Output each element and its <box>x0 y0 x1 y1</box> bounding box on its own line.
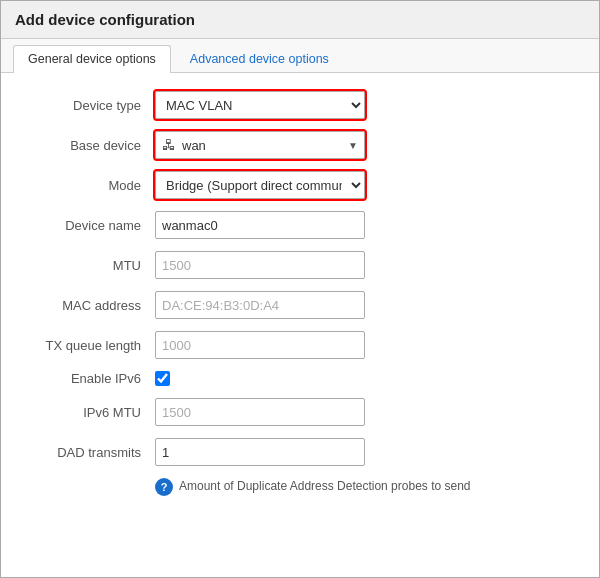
mode-select[interactable]: Bridge (Support direct commun VEPA Priva… <box>155 171 365 199</box>
base-device-control: 🖧 wan ▼ <box>155 131 365 159</box>
mac-address-control <box>155 291 365 319</box>
device-name-input[interactable] <box>155 211 365 239</box>
ipv6-mtu-input[interactable] <box>155 398 365 426</box>
mtu-input[interactable] <box>155 251 365 279</box>
mode-label: Mode <box>25 178 155 193</box>
mac-address-input[interactable] <box>155 291 365 319</box>
enable-ipv6-checkbox[interactable] <box>155 371 170 386</box>
device-name-row: Device name <box>25 211 575 239</box>
mtu-row: MTU <box>25 251 575 279</box>
dad-transmits-row: DAD transmits <box>25 438 575 466</box>
enable-ipv6-checkbox-wrap <box>155 371 365 386</box>
base-device-label: Base device <box>25 138 155 153</box>
device-type-row: Device type MAC VLAN Bridge VLAN <box>25 91 575 119</box>
base-device-select[interactable]: 🖧 wan ▼ <box>155 131 365 159</box>
form-body: Device type MAC VLAN Bridge VLAN Base de… <box>1 73 599 520</box>
dad-info-text: Amount of Duplicate Address Detection pr… <box>179 478 471 495</box>
network-device-icon: 🖧 <box>162 137 176 153</box>
mac-address-label: MAC address <box>25 298 155 313</box>
dad-transmits-input[interactable] <box>155 438 365 466</box>
device-type-select[interactable]: MAC VLAN Bridge VLAN <box>155 91 365 119</box>
info-icon: ? <box>155 478 173 496</box>
tx-queue-input[interactable] <box>155 331 365 359</box>
device-name-control <box>155 211 365 239</box>
tx-queue-control <box>155 331 365 359</box>
mac-address-row: MAC address <box>25 291 575 319</box>
window-title: Add device configuration <box>1 1 599 39</box>
mode-control: Bridge (Support direct commun VEPA Priva… <box>155 171 365 199</box>
tabs-container: General device options Advanced device o… <box>1 39 599 73</box>
mtu-control <box>155 251 365 279</box>
ipv6-mtu-label: IPv6 MTU <box>25 405 155 420</box>
dad-transmits-label: DAD transmits <box>25 445 155 460</box>
mtu-label: MTU <box>25 258 155 273</box>
base-device-value: wan <box>182 138 348 153</box>
ipv6-mtu-control <box>155 398 365 426</box>
mode-row: Mode Bridge (Support direct commun VEPA … <box>25 171 575 199</box>
base-device-row: Base device 🖧 wan ▼ <box>25 131 575 159</box>
tx-queue-row: TX queue length <box>25 331 575 359</box>
base-device-arrow-icon: ▼ <box>348 140 358 151</box>
tx-queue-label: TX queue length <box>25 338 155 353</box>
dad-info-row: ? Amount of Duplicate Address Detection … <box>25 478 575 496</box>
window: Add device configuration General device … <box>0 0 600 578</box>
device-type-control: MAC VLAN Bridge VLAN <box>155 91 365 119</box>
enable-ipv6-row: Enable IPv6 <box>25 371 575 386</box>
device-name-label: Device name <box>25 218 155 233</box>
enable-ipv6-control <box>155 371 365 386</box>
tab-general[interactable]: General device options <box>13 45 171 73</box>
tab-advanced[interactable]: Advanced device options <box>175 45 344 72</box>
ipv6-mtu-row: IPv6 MTU <box>25 398 575 426</box>
dad-transmits-control <box>155 438 365 466</box>
device-type-label: Device type <box>25 98 155 113</box>
enable-ipv6-label: Enable IPv6 <box>25 371 155 386</box>
